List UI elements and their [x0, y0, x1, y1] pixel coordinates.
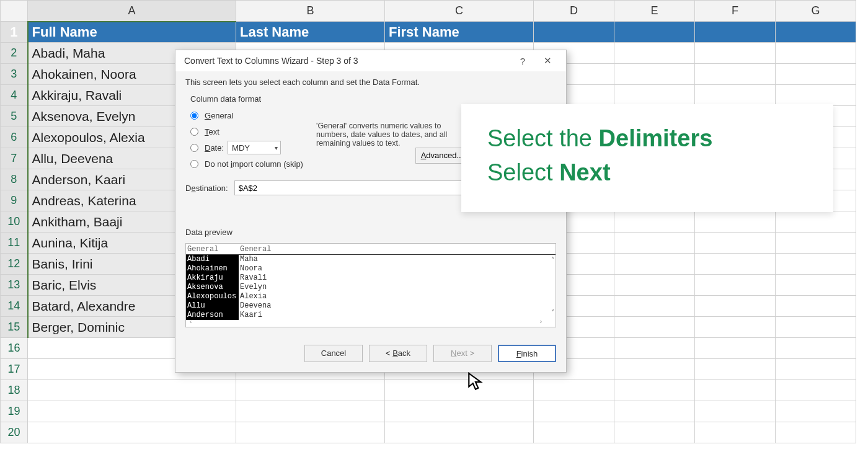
preview-row[interactable]: AksenovaEvelyn: [186, 283, 556, 292]
cell-empty[interactable]: [776, 401, 856, 422]
cell-empty[interactable]: [695, 317, 776, 338]
cell-empty[interactable]: [776, 211, 856, 233]
preview-scroll-up-icon[interactable]: ˄: [551, 256, 554, 263]
row-header-15[interactable]: 15: [1, 317, 28, 338]
cell-empty[interactable]: [614, 64, 695, 85]
cell-empty[interactable]: [695, 422, 776, 443]
cell-empty[interactable]: [695, 338, 776, 359]
header-cell-a[interactable]: Full Name: [28, 22, 236, 43]
row-header-10[interactable]: 10: [1, 211, 28, 233]
radio-general-input[interactable]: [190, 112, 198, 120]
cell-empty[interactable]: [614, 296, 695, 317]
radio-text-input[interactable]: [190, 128, 198, 136]
header-cell-b[interactable]: Last Name: [236, 22, 385, 43]
row-header-6[interactable]: 6: [1, 127, 28, 148]
preview-scroll-right-icon[interactable]: ›: [540, 318, 542, 326]
cell-empty[interactable]: [776, 43, 856, 64]
cell-empty[interactable]: [534, 422, 614, 443]
cell-empty[interactable]: [776, 22, 856, 43]
preview-row[interactable]: AlluDeevena: [186, 301, 556, 311]
col-header-a[interactable]: A: [28, 1, 236, 22]
row-header-5[interactable]: 5: [1, 106, 28, 127]
cell-empty[interactable]: [695, 233, 776, 254]
cell-empty[interactable]: [776, 64, 856, 85]
col-header-d[interactable]: D: [534, 1, 614, 22]
preview-scroll-down-icon[interactable]: ˅: [551, 309, 554, 316]
cell-empty[interactable]: [614, 85, 695, 106]
help-button[interactable]: ?: [510, 56, 535, 66]
cell-empty[interactable]: [614, 338, 695, 359]
date-format-select[interactable]: MDY: [228, 141, 281, 154]
cell-empty[interactable]: [776, 422, 856, 443]
cell-empty[interactable]: [614, 317, 695, 338]
cell-empty[interactable]: [534, 22, 614, 43]
cell-a19[interactable]: [28, 401, 236, 422]
cell-empty[interactable]: [695, 22, 776, 43]
cell-empty[interactable]: [776, 296, 856, 317]
select-all-corner[interactable]: [1, 1, 28, 22]
preview-row[interactable]: AlexopoulosAlexia: [186, 292, 556, 301]
row-header-12[interactable]: 12: [1, 254, 28, 275]
cell-empty[interactable]: [614, 211, 695, 233]
cell-empty[interactable]: [614, 359, 695, 380]
cell-empty[interactable]: [776, 275, 856, 296]
cell-empty[interactable]: [776, 254, 856, 275]
cell-empty[interactable]: [534, 401, 614, 422]
cell-empty[interactable]: [236, 401, 385, 422]
preview-header-col1[interactable]: General: [186, 245, 239, 254]
cell-a18[interactable]: [28, 380, 236, 401]
preview-row[interactable]: AhokainenNoora: [186, 264, 556, 273]
col-header-g[interactable]: G: [776, 1, 856, 22]
close-button[interactable]: ✕: [535, 55, 560, 66]
cell-empty[interactable]: [614, 401, 695, 422]
row-header-4[interactable]: 4: [1, 85, 28, 106]
row-header-20[interactable]: 20: [1, 422, 28, 443]
header-cell-c[interactable]: First Name: [385, 22, 534, 43]
cell-empty[interactable]: [236, 422, 385, 443]
cell-empty[interactable]: [385, 380, 534, 401]
radio-skip-input[interactable]: [190, 160, 198, 168]
cell-empty[interactable]: [776, 338, 856, 359]
row-header-8[interactable]: 8: [1, 169, 28, 190]
preview-row[interactable]: AkkirajuRavali: [186, 273, 556, 283]
row-header-16[interactable]: 16: [1, 338, 28, 359]
cell-empty[interactable]: [695, 401, 776, 422]
cell-empty[interactable]: [776, 317, 856, 338]
cell-empty[interactable]: [695, 296, 776, 317]
cancel-button[interactable]: Cancel: [304, 345, 363, 362]
cell-empty[interactable]: [614, 380, 695, 401]
col-header-f[interactable]: F: [695, 1, 776, 22]
cell-empty[interactable]: [614, 275, 695, 296]
cell-empty[interactable]: [695, 275, 776, 296]
preview-scroll-left-icon[interactable]: ‹: [190, 318, 192, 326]
radio-date-input[interactable]: [190, 144, 198, 152]
row-header-2[interactable]: 2: [1, 43, 28, 64]
row-header-19[interactable]: 19: [1, 401, 28, 422]
next-button[interactable]: Next >: [433, 345, 492, 362]
row-header-13[interactable]: 13: [1, 275, 28, 296]
cell-empty[interactable]: [776, 85, 856, 106]
cell-empty[interactable]: [776, 233, 856, 254]
cell-empty[interactable]: [695, 254, 776, 275]
cell-empty[interactable]: [695, 359, 776, 380]
cell-empty[interactable]: [385, 422, 534, 443]
cell-empty[interactable]: [695, 211, 776, 233]
cell-a20[interactable]: [28, 422, 236, 443]
row-header-14[interactable]: 14: [1, 296, 28, 317]
cell-empty[interactable]: [695, 43, 776, 64]
cell-empty[interactable]: [614, 43, 695, 64]
cell-empty[interactable]: [776, 359, 856, 380]
row-header-11[interactable]: 11: [1, 233, 28, 254]
preview-header-col2[interactable]: General: [239, 245, 288, 254]
row-header-1[interactable]: 1: [1, 22, 28, 43]
row-header-18[interactable]: 18: [1, 380, 28, 401]
data-preview[interactable]: General General AbadiMahaAhokainenNooraA…: [185, 243, 556, 327]
back-button[interactable]: < Back: [369, 345, 427, 362]
cell-empty[interactable]: [776, 380, 856, 401]
cell-empty[interactable]: [236, 380, 385, 401]
row-header-3[interactable]: 3: [1, 64, 28, 85]
row-header-17[interactable]: 17: [1, 359, 28, 380]
dialog-titlebar[interactable]: Convert Text to Columns Wizard - Step 3 …: [175, 50, 566, 71]
finish-button[interactable]: Finish: [498, 345, 556, 362]
col-header-c[interactable]: C: [385, 1, 534, 22]
